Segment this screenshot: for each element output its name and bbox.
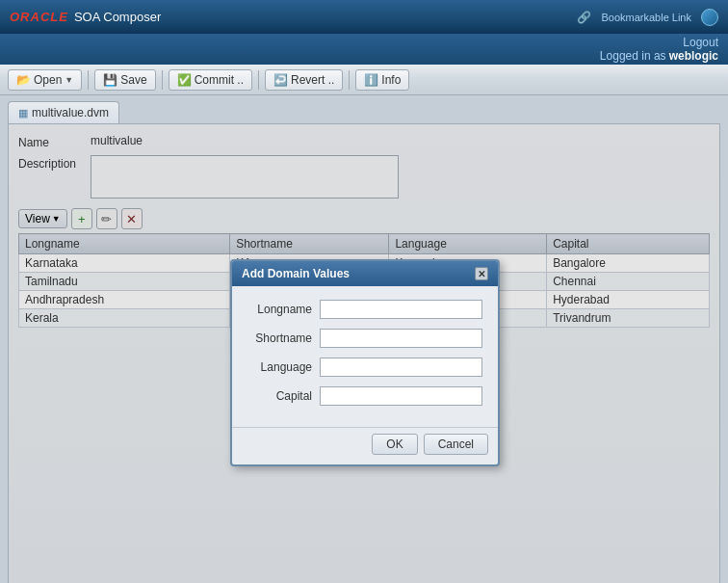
app-title: SOA Composer: [74, 10, 161, 24]
open-button[interactable]: 📂 Open ▼: [8, 69, 82, 91]
main-panel: Name multivalue Description View ▼ + ✏ ✕…: [8, 123, 720, 583]
info-button[interactable]: ℹ️ Info: [355, 69, 409, 91]
main-toolbar: 📂 Open ▼ 💾 Save ✅ Commit .. ↩️ Revert ..…: [0, 65, 728, 95]
app-header: ORACLE SOA Composer 🔗 Bookmarkable Link: [0, 0, 728, 34]
user-info-bar: Logout Logged in as weblogic: [0, 34, 728, 65]
open-icon: 📂: [16, 73, 31, 87]
header-right: 🔗 Bookmarkable Link: [577, 9, 718, 26]
save-icon: 💾: [103, 73, 117, 87]
save-button[interactable]: 💾 Save: [94, 69, 155, 91]
separator-4: [349, 70, 350, 90]
modal-body: Longname Shortname Language Capital: [232, 286, 498, 423]
link-icon: 🔗: [577, 11, 591, 24]
modal-longname-input[interactable]: [320, 300, 482, 319]
modal-shortname-input[interactable]: [320, 329, 482, 348]
logout-link[interactable]: Logout: [683, 36, 718, 49]
dropdown-arrow-icon: ▼: [65, 75, 73, 85]
username: weblogic: [669, 49, 718, 63]
tab-bar: ▦ multivalue.dvm: [0, 95, 728, 123]
commit-label: Commit ..: [195, 73, 244, 87]
revert-button[interactable]: ↩️ Revert ..: [265, 69, 343, 91]
tab-multivalue-dvm[interactable]: ▦ multivalue.dvm: [8, 101, 119, 123]
modal-language-label: Language: [247, 360, 320, 374]
modal-language-input[interactable]: [320, 358, 482, 377]
add-domain-values-modal: Add Domain Values ✕ Longname Shortname L…: [230, 259, 500, 466]
save-label: Save: [120, 73, 146, 87]
modal-header: Add Domain Values ✕: [232, 261, 498, 286]
modal-shortname-label: Shortname: [247, 331, 320, 345]
separator-1: [88, 70, 89, 90]
info-label: Info: [381, 73, 401, 87]
modal-title: Add Domain Values: [242, 267, 350, 280]
modal-capital-label: Capital: [247, 389, 320, 403]
info-icon: ℹ️: [364, 73, 378, 87]
modal-cancel-button[interactable]: Cancel: [424, 434, 488, 455]
modal-ok-button[interactable]: OK: [372, 434, 417, 455]
revert-label: Revert ..: [291, 73, 334, 87]
modal-capital-input[interactable]: [320, 386, 482, 406]
modal-longname-label: Longname: [247, 303, 320, 316]
modal-shortname-row: Shortname: [247, 329, 482, 348]
header-circle: [701, 9, 718, 26]
separator-3: [258, 70, 259, 90]
open-label: Open: [34, 73, 62, 87]
logged-in-label: Logged in as: [600, 49, 666, 63]
modal-capital-row: Capital: [247, 386, 482, 406]
logo-area: ORACLE SOA Composer: [10, 10, 161, 24]
commit-icon: ✅: [177, 73, 192, 87]
modal-longname-row: Longname: [247, 300, 482, 319]
modal-close-button[interactable]: ✕: [475, 267, 488, 280]
commit-button[interactable]: ✅ Commit ..: [169, 69, 252, 91]
modal-footer: OK Cancel: [232, 427, 498, 464]
separator-2: [162, 70, 163, 90]
tab-icon: ▦: [18, 107, 28, 119]
bookmarkable-link[interactable]: Bookmarkable Link: [601, 12, 691, 23]
tab-label: multivalue.dvm: [32, 106, 109, 119]
oracle-brand: ORACLE: [10, 10, 68, 24]
modal-language-row: Language: [247, 358, 482, 377]
revert-icon: ↩️: [273, 73, 288, 87]
